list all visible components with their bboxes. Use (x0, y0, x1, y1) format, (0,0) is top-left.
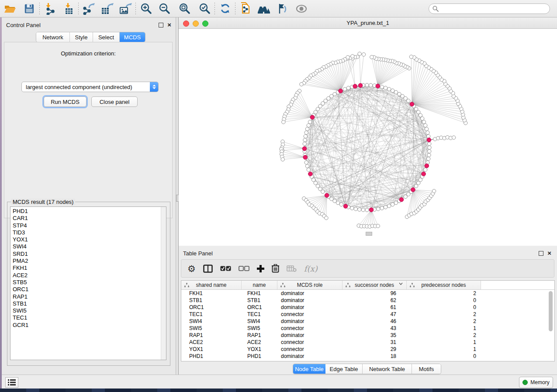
graph-node[interactable] (424, 124, 427, 127)
tab-select[interactable]: Select (93, 32, 120, 42)
export-table-icon[interactable] (100, 2, 114, 16)
table-row[interactable]: PHD1PHD1dominator180 (181, 353, 554, 360)
search-input[interactable] (441, 5, 546, 12)
mcds-result-listbox[interactable]: PHD1CAR1STP4TID3YOX1SWI4SRD1PMA2FKH1ACE2… (10, 206, 166, 360)
float-panel-icon[interactable] (159, 23, 163, 28)
mcds-result-item[interactable]: SRD1 (13, 251, 166, 258)
mcds-graph-node[interactable] (310, 115, 315, 120)
graph-node[interactable] (361, 208, 365, 212)
graph-node[interactable] (376, 224, 380, 228)
mcds-graph-node[interactable] (369, 208, 374, 212)
deselect-all-icon[interactable] (239, 261, 249, 275)
delete-columns-icon[interactable] (272, 261, 279, 275)
run-mcds-button[interactable]: Run MCDS (44, 96, 86, 107)
mcds-graph-node[interactable] (325, 193, 329, 198)
mcds-result-item[interactable]: STP4 (13, 222, 166, 229)
tab-style[interactable]: Style (70, 32, 93, 42)
graph-node[interactable] (365, 83, 369, 87)
mcds-result-item[interactable]: PMA2 (13, 258, 166, 265)
save-session-icon[interactable] (22, 2, 37, 16)
graph-node[interactable] (304, 131, 308, 134)
column-header-successor-nodes[interactable]: successor nodes (343, 281, 407, 289)
graph-node[interactable] (409, 55, 413, 58)
graph-node[interactable] (307, 124, 310, 127)
mcds-list-scrollbar[interactable] (161, 207, 166, 360)
horizontal-splitter-handle[interactable] (366, 232, 372, 236)
graph-node[interactable] (370, 55, 374, 59)
graph-node[interactable] (365, 208, 369, 212)
mcds-result-item[interactable]: TID3 (13, 229, 166, 236)
table-options-icon[interactable]: ⚙ (187, 261, 196, 275)
graph-node[interactable] (354, 207, 357, 210)
graph-node[interactable] (358, 52, 361, 55)
memory-button[interactable]: Memory (519, 377, 553, 388)
graph-node[interactable] (307, 168, 310, 172)
graph-node[interactable] (305, 127, 309, 131)
graph-node[interactable] (387, 204, 391, 208)
scrollbar-thumb[interactable] (549, 291, 553, 331)
graph-node[interactable] (394, 90, 398, 94)
tab-mcds[interactable]: MCDS (120, 32, 145, 42)
table-row[interactable]: YOX1YOX1connector291 (181, 346, 554, 353)
network-window-titlebar[interactable]: YPA_prune.txt_1 (179, 17, 557, 29)
graph-node[interactable] (351, 55, 354, 58)
select-all-icon[interactable] (220, 261, 231, 275)
graph-node[interactable] (377, 207, 380, 210)
zoom-fit-icon[interactable] (177, 2, 192, 16)
vertical-splitter[interactable] (176, 17, 179, 375)
table-row[interactable]: STB1STB1dominator620 (181, 297, 554, 304)
table-row[interactable]: SWI4SWI4dominator462 (181, 318, 554, 325)
graph-node[interactable] (380, 206, 384, 210)
graph-node[interactable] (452, 136, 455, 139)
search-field[interactable] (429, 3, 550, 14)
mcds-result-item[interactable]: ORC1 (13, 286, 166, 293)
graph-node[interactable] (304, 134, 307, 138)
mcds-result-item[interactable]: CAR1 (13, 215, 166, 222)
graph-node[interactable] (394, 201, 398, 204)
graph-node[interactable] (426, 131, 429, 134)
refresh-layout-icon[interactable] (218, 2, 232, 16)
graph-node[interactable] (346, 55, 349, 59)
graph-node[interactable] (380, 85, 384, 89)
mcds-graph-node[interactable] (422, 172, 426, 176)
mcds-graph-node[interactable] (425, 164, 429, 168)
mcds-result-item[interactable]: YOX1 (13, 236, 166, 243)
zoom-selected-icon[interactable] (197, 2, 212, 16)
graph-node[interactable] (428, 142, 431, 145)
close-panel-button[interactable]: Close panel (91, 96, 138, 107)
graph-node[interactable] (384, 86, 387, 89)
graph-node[interactable] (358, 208, 361, 211)
mcds-graph-node[interactable] (411, 188, 415, 192)
graph-node[interactable] (426, 134, 430, 138)
column-header-name[interactable]: name (242, 281, 277, 289)
mcds-graph-node[interactable] (353, 84, 357, 89)
show-columns-icon[interactable] (203, 261, 213, 275)
import-network-icon[interactable] (42, 2, 57, 16)
graph-node[interactable] (281, 158, 284, 161)
table-scrollbar[interactable] (549, 291, 553, 360)
table-row[interactable]: ORC1ORC1dominator610 (181, 304, 554, 311)
mcds-graph-node[interactable] (427, 138, 431, 142)
mcds-graph-node[interactable] (410, 102, 414, 107)
graph-node[interactable] (333, 199, 336, 203)
mcds-result-item[interactable]: ACE2 (13, 272, 166, 279)
graph-node[interactable] (305, 164, 309, 168)
tab-network[interactable]: Network (36, 32, 70, 42)
graph-node[interactable] (336, 201, 339, 204)
mcds-graph-node[interactable] (339, 89, 343, 93)
graph-node[interactable] (308, 120, 311, 124)
mcds-graph-node[interactable] (308, 172, 313, 176)
graph-node[interactable] (282, 120, 285, 124)
mcds-result-item[interactable]: GCR1 (13, 322, 166, 329)
mcds-graph-node[interactable] (343, 204, 348, 209)
mcds-result-item[interactable]: SWI5 (13, 307, 166, 314)
graph-node[interactable] (346, 86, 350, 89)
tab-motifs[interactable]: Motifs (412, 364, 441, 374)
graph-node[interactable] (432, 189, 436, 193)
graph-node[interactable] (427, 153, 431, 157)
mcds-graph-node[interactable] (303, 155, 308, 160)
maximize-window-icon[interactable] (202, 21, 208, 27)
table-row[interactable]: RAP1RAP1dominator352 (181, 332, 554, 339)
graph-node[interactable] (369, 83, 372, 87)
graph-node[interactable] (426, 157, 430, 161)
